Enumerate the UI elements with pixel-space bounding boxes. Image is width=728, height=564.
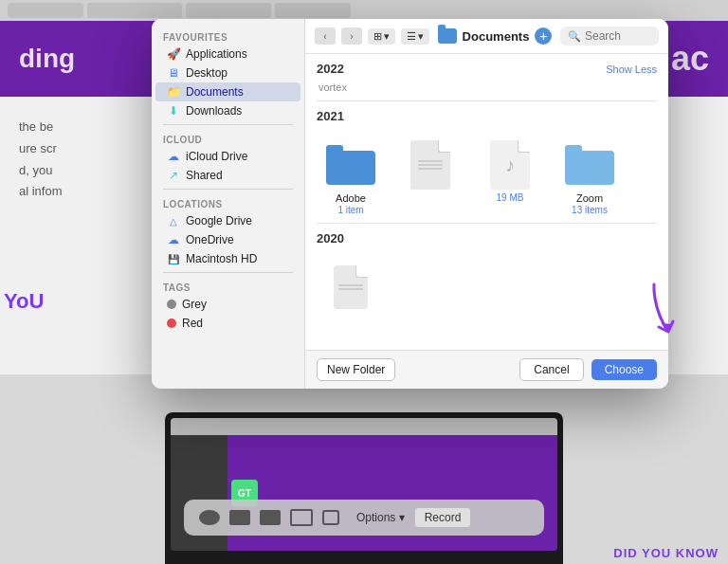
- toolbar-icon-1: [199, 510, 220, 525]
- new-location-button[interactable]: +: [535, 27, 552, 45]
- browser-tab: [186, 3, 271, 18]
- icloud-drive-icon: ☁: [167, 150, 180, 163]
- show-less-button[interactable]: Show Less: [606, 64, 657, 75]
- file-item-zoom[interactable]: Zoom 13 items: [555, 140, 624, 215]
- sidebar-item-shared[interactable]: ↗ Shared: [155, 166, 300, 185]
- sidebar-label-grey: Grey: [182, 298, 207, 311]
- file-item-document[interactable]: [396, 140, 464, 215]
- files-grid-2020: [305, 255, 668, 322]
- adobe-folder-icon: [326, 145, 375, 185]
- sidebar-item-onedrive[interactable]: ☁ OneDrive: [155, 230, 300, 249]
- dialog-toolbar: ‹ › ⊞ ▾ ☰ ▾ Documents + 🔍: [305, 19, 668, 54]
- red-tag-dot: [167, 318, 176, 328]
- dialog-title-area: Documents +: [435, 27, 555, 45]
- year-label-2021: 2021: [317, 109, 344, 123]
- sidebar-label-onedrive: OneDrive: [186, 233, 234, 246]
- sidebar-item-applications[interactable]: 🚀 Applications: [155, 45, 300, 64]
- doc-line-b: [338, 288, 363, 290]
- folder-body-light: [565, 151, 614, 185]
- sidebar-label-desktop: Desktop: [186, 66, 228, 80]
- cancel-button[interactable]: Cancel: [519, 358, 583, 381]
- toolbar-icon-5: [322, 510, 339, 525]
- macintosh-hd-icon: 💾: [167, 252, 180, 265]
- icloud-header: iCloud: [152, 129, 304, 147]
- zoom-file-name: Zoom: [576, 192, 603, 205]
- laptop-graphic: GT: [165, 412, 563, 564]
- record-button[interactable]: Record: [414, 507, 472, 528]
- favourites-header: Favourites: [152, 27, 304, 45]
- dialog-bottom-bar: New Folder Cancel Choose: [305, 350, 668, 389]
- header-text-right: ac: [671, 39, 709, 79]
- browser-tab: [275, 3, 351, 18]
- folder-body: [326, 151, 375, 185]
- desktop-icon: 🖥: [167, 66, 180, 80]
- adobe-file-name: Adobe: [336, 192, 366, 205]
- sidebar-item-google-drive[interactable]: △ Google Drive: [155, 211, 300, 230]
- file-list-content: 2022 Show Less vortex 2021: [305, 54, 668, 350]
- music-icon-wrapper: ♪: [482, 140, 538, 190]
- choose-button[interactable]: Choose: [592, 359, 657, 380]
- sidebar-divider-1: [163, 124, 293, 125]
- browser-tab: [87, 3, 182, 18]
- sidebar-label-red: Red: [182, 317, 203, 330]
- dialog-sidebar: Favourites 🚀 Applications 🖥 Desktop 📁 Do…: [152, 19, 305, 389]
- search-input[interactable]: [585, 29, 651, 43]
- forward-button[interactable]: ›: [341, 27, 362, 45]
- file-chooser-dialog: Favourites 🚀 Applications 🖥 Desktop 📁 Do…: [152, 19, 668, 389]
- doc-line-a: [338, 284, 363, 286]
- sidebar-item-documents[interactable]: 📁 Documents: [155, 82, 300, 101]
- sidebar-item-tag-red[interactable]: Red: [155, 314, 300, 333]
- doc-line-1: [418, 160, 443, 162]
- sidebar-item-tag-grey[interactable]: Grey: [155, 295, 300, 314]
- browser-tab: [8, 3, 83, 18]
- sidebar-divider-2: [163, 189, 293, 190]
- music-file-meta: 19 MB: [497, 192, 524, 203]
- year-label-2022: 2022: [317, 62, 344, 76]
- sidebar-label-documents: Documents: [186, 85, 244, 99]
- year-section-2020: 2020: [305, 224, 668, 255]
- sidebar-item-icloud-drive[interactable]: ☁ iCloud Drive: [155, 147, 300, 166]
- list-view-button[interactable]: ☰ ▾: [401, 28, 429, 45]
- list-view-chevron: ▾: [418, 30, 424, 43]
- back-button[interactable]: ‹: [315, 27, 336, 45]
- document-icon: [410, 140, 450, 190]
- sidebar-item-downloads[interactable]: ⬇ Downloads: [155, 101, 300, 120]
- doc-line-3: [418, 168, 443, 170]
- files-grid-2021: Adobe 1 item: [305, 133, 668, 223]
- file-item-2020-doc[interactable]: [317, 263, 385, 315]
- options-button[interactable]: Options ▾: [356, 511, 405, 524]
- year-label-2020: 2020: [317, 231, 344, 246]
- screen-toolbar[interactable]: Options ▾ Record: [184, 500, 544, 536]
- sidebar-label-google-drive: Google Drive: [186, 214, 252, 227]
- sidebar-item-desktop[interactable]: 🖥 Desktop: [155, 64, 300, 82]
- doc-2020-icon: [334, 265, 368, 309]
- adobe-file-meta: 1 item: [337, 205, 363, 215]
- year-header-2021: 2021: [317, 109, 657, 123]
- grid-view-button[interactable]: ⊞ ▾: [368, 28, 395, 45]
- file-item-adobe[interactable]: Adobe 1 item: [317, 140, 385, 215]
- doc-lines: [418, 158, 443, 172]
- laptop-section: GT Options ▾ Record: [0, 374, 728, 564]
- did-you-know-text: DID YOU KNOW: [613, 546, 719, 560]
- list-view-icon: ☰: [407, 30, 416, 43]
- tags-header: Tags: [152, 277, 304, 295]
- toolbar-icon-2: [229, 510, 250, 525]
- header-text-left: ding: [19, 44, 75, 74]
- grid-view-icon: ⊞: [373, 30, 382, 43]
- file-item-music[interactable]: ♪ 19 MB: [476, 140, 544, 215]
- sidebar-label-applications: Applications: [186, 47, 247, 61]
- search-icon: 🔍: [568, 30, 581, 43]
- arrow-svg: [635, 280, 692, 346]
- new-folder-button[interactable]: New Folder: [317, 358, 395, 381]
- music-file-icon: ♪: [490, 140, 530, 190]
- laptop-browser-bar: [171, 418, 557, 435]
- dialog-folder-name: Documents: [463, 29, 530, 44]
- year-header-2022: 2022 Show Less: [317, 62, 657, 76]
- toolbar-icon-4: [290, 509, 313, 526]
- sidebar-item-macintosh-hd[interactable]: 💾 Macintosh HD: [155, 249, 300, 268]
- adobe-folder-icon-wrapper: [322, 140, 379, 190]
- zoom-folder-icon-wrapper: [561, 140, 618, 190]
- locations-header: Locations: [152, 193, 304, 211]
- year-subtitle-2022: vortex: [317, 82, 657, 93]
- sidebar-divider-3: [163, 272, 293, 273]
